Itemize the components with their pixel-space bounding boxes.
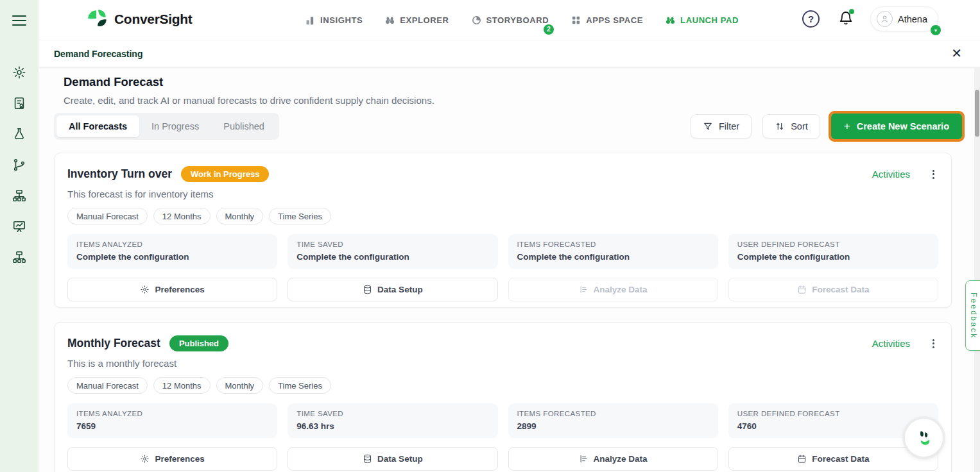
forecast-tabs: All Forecasts In Progress Published: [54, 113, 279, 140]
stat-user-defined-forecast: USER DEFINED FORECAST Complete the confi…: [728, 234, 938, 269]
calendar-icon: [797, 454, 807, 464]
activities-link[interactable]: Activities: [872, 338, 910, 349]
card-title: Monthly Forecast: [67, 337, 160, 350]
tag: Manual Forecast: [67, 377, 148, 394]
nav-item-launch-pad[interactable]: LAUNCH PAD: [665, 15, 739, 26]
page-description: Create, edit, and track AI or manual for…: [64, 95, 434, 106]
feedback-tab[interactable]: Feedback: [965, 280, 980, 351]
org-structure-icon[interactable]: [12, 250, 26, 267]
user-dropdown-icon: ▼: [931, 25, 941, 35]
scrollbar-thumb[interactable]: [975, 90, 979, 137]
settings-icon[interactable]: [12, 65, 26, 82]
preferences-button[interactable]: Preferences: [67, 278, 277, 301]
presentation-chart-icon[interactable]: [12, 219, 26, 236]
apps-grid-icon: [571, 15, 581, 26]
kebab-menu-icon[interactable]: [928, 338, 938, 350]
launch-pad-icon: [665, 15, 676, 26]
hierarchy-icon[interactable]: [12, 189, 26, 205]
tag: 12 Months: [153, 377, 211, 394]
tag: Time Series: [269, 208, 331, 224]
stat-items-analyzed: ITEMS ANALYZED Complete the configuratio…: [67, 234, 277, 269]
create-new-scenario-button[interactable]: + Create New Scenario: [831, 114, 962, 139]
kebab-menu-icon[interactable]: [928, 169, 938, 180]
avatar: [877, 11, 893, 27]
forecast-data-button[interactable]: Forecast Data: [728, 447, 938, 471]
conversight-logo-icon: [85, 7, 109, 31]
lab-flask-icon[interactable]: [12, 127, 26, 144]
forecast-data-button[interactable]: Forecast Data: [728, 278, 938, 301]
conversight-logo[interactable]: ConverSight: [85, 7, 193, 31]
nav-item-explorer[interactable]: EXPLORER: [384, 15, 449, 26]
page-title: Demand Forecast: [64, 75, 163, 89]
breadcrumb[interactable]: Demand Forecasting: [54, 49, 142, 59]
conversight-chat-icon: [914, 428, 934, 448]
tab-in-progress[interactable]: In Progress: [139, 115, 211, 137]
tag: Monthly: [216, 377, 264, 394]
tab-published[interactable]: Published: [211, 115, 277, 137]
forecast-card-inventory-turn-over: Inventory Turn over Work in Progress Act…: [54, 153, 952, 308]
stat-items-forecasted: ITEMS FORECASTED Complete the configurat…: [508, 234, 718, 269]
stat-items-forecasted: ITEMS FORECASTED 2899: [508, 403, 718, 438]
data-setup-button[interactable]: Data Setup: [288, 278, 497, 301]
filter-funnel-icon: [703, 121, 713, 131]
storyboard-badge: 2: [544, 24, 554, 35]
storyboard-icon: [471, 15, 482, 26]
assistant-chat-bubble[interactable]: [905, 419, 943, 457]
forecast-card-monthly-forecast: Monthly Forecast Published Activities Th…: [54, 322, 952, 472]
analyze-data-button[interactable]: Analyze Data: [508, 447, 718, 471]
explorer-binoculars-icon: [384, 15, 395, 26]
nav-item-apps-space[interactable]: APPS SPACE: [571, 15, 643, 26]
tag: Time Series: [269, 377, 331, 394]
brand-name: ConverSight: [114, 12, 193, 27]
activities-link[interactable]: Activities: [872, 169, 910, 180]
status-badge: Work in Progress: [181, 166, 269, 182]
nav-item-insights[interactable]: INSIGHTS: [305, 15, 363, 26]
card-description: This is a monthly forecast: [67, 358, 938, 369]
sort-button[interactable]: Sort: [762, 114, 820, 139]
notification-dot: [849, 9, 854, 14]
main-content: Demand Forecast Create, edit, and track …: [39, 67, 980, 472]
stat-items-analyzed: ITEMS ANALYZED 7659: [67, 403, 277, 438]
tab-all-forecasts[interactable]: All Forecasts: [56, 115, 139, 137]
tag: Monthly: [216, 208, 264, 224]
close-icon[interactable]: ✕: [951, 46, 962, 61]
analyze-chart-icon: [579, 454, 589, 464]
notifications-bell-icon[interactable]: [838, 10, 854, 27]
plus-icon: +: [844, 120, 850, 133]
sort-arrows-icon: [775, 121, 785, 131]
user-menu[interactable]: Athena ▼: [870, 6, 938, 31]
top-navigation: ConverSight INSIGHTS EXPLORER STORYBOARD…: [39, 0, 980, 40]
data-setup-button[interactable]: Data Setup: [288, 447, 497, 471]
tag: 12 Months: [153, 208, 211, 224]
gear-icon: [140, 285, 150, 294]
user-name: Athena: [898, 14, 927, 24]
analyze-data-button[interactable]: Analyze Data: [508, 278, 718, 301]
database-icon: [363, 285, 372, 294]
tag: Manual Forecast: [67, 208, 148, 224]
calendar-icon: [797, 285, 807, 294]
database-icon: [363, 454, 372, 464]
workflow-branch-icon[interactable]: [12, 158, 26, 174]
analyze-chart-icon: [579, 285, 589, 294]
status-badge: Published: [169, 335, 228, 351]
help-icon[interactable]: ?: [802, 10, 820, 28]
left-sidebar: [0, 0, 39, 472]
stat-time-saved: TIME SAVED 96.63 hrs: [288, 403, 497, 438]
breadcrumb-bar: Demand Forecasting ✕: [39, 40, 980, 67]
filter-button[interactable]: Filter: [691, 114, 752, 139]
insights-icon: [305, 15, 316, 26]
preferences-button[interactable]: Preferences: [67, 447, 277, 471]
gear-icon: [140, 454, 150, 464]
nav-item-storyboard[interactable]: STORYBOARD 2: [471, 15, 549, 26]
toolbar: Filter Sort + Create New Scenario: [691, 114, 962, 139]
report-audit-icon[interactable]: [12, 96, 26, 113]
card-title: Inventory Turn over: [67, 167, 172, 181]
card-description: This forecast is for inventory items: [67, 189, 938, 199]
hamburger-menu-icon[interactable]: [12, 15, 26, 28]
stat-time-saved: TIME SAVED Complete the configuration: [288, 234, 497, 269]
